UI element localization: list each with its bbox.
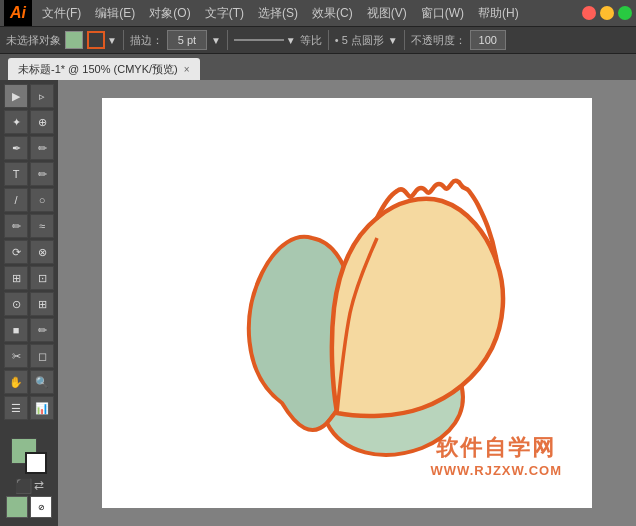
lasso-tool[interactable]: ⊕ [30, 110, 54, 134]
tool-row-2: ✦ ⊕ [4, 110, 54, 134]
eraser-tool[interactable]: ◻ [30, 344, 54, 368]
tool-row-9: ⊙ ⊞ [4, 292, 54, 316]
divider-3 [328, 30, 329, 50]
rotate-tool[interactable]: ⟳ [4, 240, 28, 264]
main-area: ▶ ▹ ✦ ⊕ ✒ ✏ T ✏ / ○ ✏ ≈ ⟳ ⊗ ⊞ ⊡ [0, 80, 636, 526]
window-controls [582, 6, 632, 20]
divider-2 [227, 30, 228, 50]
divider-4 [404, 30, 405, 50]
controlbar: 未选择对象 ▼ 描边： ▼ ▼ 等比 • 5 点圆形 ▼ 不透明度： [0, 26, 636, 54]
magic-wand-tool[interactable]: ✦ [4, 110, 28, 134]
blend-tool[interactable]: ⊙ [4, 292, 28, 316]
menu-select[interactable]: 选择(S) [252, 3, 304, 24]
ai-logo: Ai [4, 0, 32, 26]
arc-tool[interactable]: ○ [30, 188, 54, 212]
stroke-line-dropdown[interactable]: ▼ [286, 35, 296, 46]
tool-row-graph: ☰ 📊 [4, 396, 54, 420]
stroke-selector[interactable]: ▼ [87, 31, 117, 49]
menu-window[interactable]: 窗口(W) [415, 3, 470, 24]
stroke-value-dropdown[interactable]: ▼ [211, 35, 221, 46]
canvas-background: 软件自学网 WWW.RJZXW.COM [102, 98, 592, 508]
tool-row-6: ✏ ≈ [4, 214, 54, 238]
color-mode-fill[interactable] [6, 496, 28, 518]
tab-label: 未标题-1* @ 150% (CMYK/预览) [18, 62, 178, 77]
pen-tool[interactable]: ✒ [4, 136, 28, 160]
pencil-tool[interactable]: ✏ [4, 214, 28, 238]
reflect-tool[interactable]: ⊗ [30, 240, 54, 264]
point-dropdown[interactable]: ▼ [388, 35, 398, 46]
watermark-url: WWW.RJZXW.COM [431, 463, 562, 478]
menu-edit[interactable]: 编辑(E) [89, 3, 141, 24]
stroke-dropdown-icon[interactable]: ▼ [107, 35, 117, 46]
gradient-tool[interactable]: ■ [4, 318, 28, 342]
corn-illustration [182, 143, 512, 463]
tool-row-3: ✒ ✏ [4, 136, 54, 160]
graph-tool[interactable]: ☰ [4, 396, 28, 420]
color-squares[interactable] [11, 438, 47, 474]
stroke-line [234, 39, 284, 41]
tool-row-7: ⟳ ⊗ [4, 240, 54, 264]
stroke-line-indicator: ▼ [234, 35, 296, 46]
path-type-tool[interactable]: ✏ [30, 162, 54, 186]
stroke-label: 描边： [130, 33, 163, 48]
tabbar: 未标题-1* @ 150% (CMYK/预览) × [0, 54, 636, 80]
tool-row-4: T ✏ [4, 162, 54, 186]
object-label: 未选择对象 [6, 33, 61, 48]
eyedropper-tool[interactable]: ✏ [30, 318, 54, 342]
add-anchor-tool[interactable]: ✏ [30, 136, 54, 160]
stroke-color-box[interactable] [87, 31, 105, 49]
menu-help[interactable]: 帮助(H) [472, 3, 525, 24]
stroke-color[interactable] [25, 452, 47, 474]
menu-effect[interactable]: 效果(C) [306, 3, 359, 24]
tool-row-11: ✂ ◻ [4, 344, 54, 368]
hand-tool[interactable]: ✋ [4, 370, 28, 394]
chart-tool[interactable]: 📊 [30, 396, 54, 420]
window-maximize-button[interactable] [618, 6, 632, 20]
titlebar: Ai 文件(F) 编辑(E) 对象(O) 文字(T) 选择(S) 效果(C) 视… [0, 0, 636, 26]
line-tool[interactable]: / [4, 188, 28, 212]
opacity-input[interactable] [470, 30, 506, 50]
scissors-tool[interactable]: ✂ [4, 344, 28, 368]
direct-select-tool[interactable]: ▹ [30, 84, 54, 108]
menu-object[interactable]: 对象(O) [143, 3, 196, 24]
toolbox: ▶ ▹ ✦ ⊕ ✒ ✏ T ✏ / ○ ✏ ≈ ⟳ ⊗ ⊞ ⊡ [0, 80, 58, 526]
stroke-type-label: 等比 [300, 33, 322, 48]
default-colors-icon[interactable]: ⬛ [15, 478, 32, 494]
zoom-tool[interactable]: 🔍 [30, 370, 54, 394]
menu-view[interactable]: 视图(V) [361, 3, 413, 24]
smooth-tool[interactable]: ≈ [30, 214, 54, 238]
color-mode-row: ⊘ [6, 496, 52, 518]
window-minimize-button[interactable] [600, 6, 614, 20]
swap-colors-icon[interactable]: ⇄ [34, 478, 44, 494]
mesh-tool[interactable]: ⊞ [30, 292, 54, 316]
stroke-value-input[interactable] [167, 30, 207, 50]
color-selector: ⬛ ⇄ ⊘ [2, 434, 56, 522]
select-tool[interactable]: ▶ [4, 84, 28, 108]
color-mode-none[interactable]: ⊘ [30, 496, 52, 518]
point-label: • 5 点圆形 [335, 33, 384, 48]
tool-row-1: ▶ ▹ [4, 84, 54, 108]
menu-text[interactable]: 文字(T) [199, 3, 250, 24]
shear-tool[interactable]: ⊡ [30, 266, 54, 290]
tab-close-button[interactable]: × [184, 64, 190, 75]
tool-row-8: ⊞ ⊡ [4, 266, 54, 290]
tool-row-10: ■ ✏ [4, 318, 54, 342]
window-close-button[interactable] [582, 6, 596, 20]
menu-file[interactable]: 文件(F) [36, 3, 87, 24]
menu-bar: 文件(F) 编辑(E) 对象(O) 文字(T) 选择(S) 效果(C) 视图(V… [36, 0, 525, 26]
tool-row-12: ✋ 🔍 [4, 370, 54, 394]
color-reset[interactable]: ⬛ ⇄ [15, 478, 44, 494]
fill-color-box[interactable] [65, 31, 83, 49]
document-tab[interactable]: 未标题-1* @ 150% (CMYK/预览) × [8, 58, 200, 80]
divider-1 [123, 30, 124, 50]
scale-tool[interactable]: ⊞ [4, 266, 28, 290]
tool-row-5: / ○ [4, 188, 54, 212]
type-tool[interactable]: T [4, 162, 28, 186]
opacity-label: 不透明度： [411, 33, 466, 48]
canvas-area: 软件自学网 WWW.RJZXW.COM [58, 80, 636, 526]
